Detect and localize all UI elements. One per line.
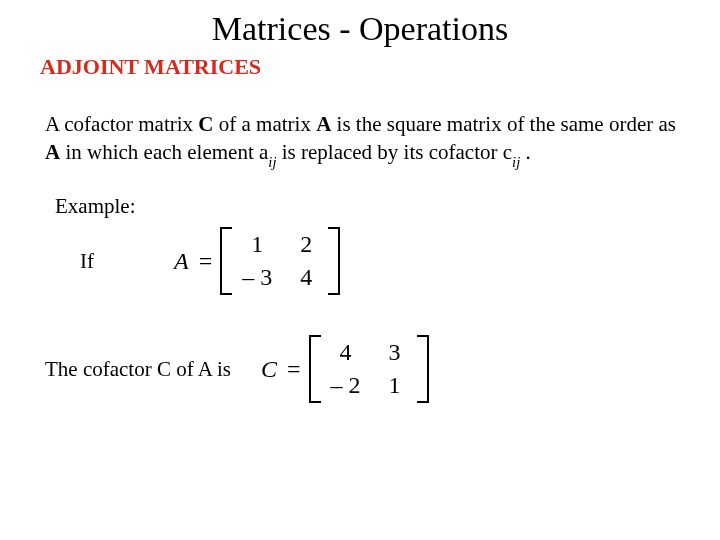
bracket-left (220, 227, 232, 295)
bracket-right (417, 335, 429, 403)
cell: 2 (294, 231, 318, 258)
cell: – 3 (242, 264, 272, 291)
text: is replaced by its cofactor c (277, 140, 513, 164)
if-label: If (80, 249, 94, 274)
cell: 1 (242, 231, 272, 258)
cofactor-label: The cofactor C of A is (45, 357, 231, 382)
bracket-right (328, 227, 340, 295)
cell: 1 (383, 372, 407, 399)
matrix-c: 4 3 – 2 1 (309, 335, 429, 403)
cell: – 2 (331, 372, 361, 399)
equals: = (199, 248, 213, 275)
text: is the square matrix of the same order a… (331, 112, 676, 136)
text: A cofactor matrix (45, 112, 198, 136)
bracket-left (309, 335, 321, 403)
example-label: Example: (55, 194, 720, 219)
text: in which each element a (60, 140, 268, 164)
subscript-ij: ij (268, 154, 276, 170)
text: . (520, 140, 531, 164)
matrix-a-bold: A (316, 112, 331, 136)
matrix-a-bold: A (45, 140, 60, 164)
lhs-c: C (261, 356, 277, 383)
section-subtitle: ADJOINT MATRICES (40, 54, 720, 80)
equals: = (287, 356, 301, 383)
text: of a matrix (214, 112, 317, 136)
page-title: Matrices - Operations (0, 10, 720, 48)
definition-text: A cofactor matrix C of a matrix A is the… (45, 110, 680, 170)
cell: 4 (294, 264, 318, 291)
cell: 4 (331, 339, 361, 366)
matrix-c-bold: C (198, 112, 213, 136)
cell: 3 (383, 339, 407, 366)
matrix-a: 1 2 – 3 4 (220, 227, 340, 295)
matrix-a-cells: 1 2 – 3 4 (232, 227, 328, 295)
equation-c: C = 4 3 – 2 1 (261, 335, 429, 403)
equation-a: A = 1 2 – 3 4 (174, 227, 340, 295)
row-cofactor: The cofactor C of A is C = 4 3 – 2 1 (45, 335, 720, 403)
subscript-ij: ij (512, 154, 520, 170)
lhs-a: A (174, 248, 189, 275)
row-if: If A = 1 2 – 3 4 (80, 227, 720, 295)
matrix-c-cells: 4 3 – 2 1 (321, 335, 417, 403)
